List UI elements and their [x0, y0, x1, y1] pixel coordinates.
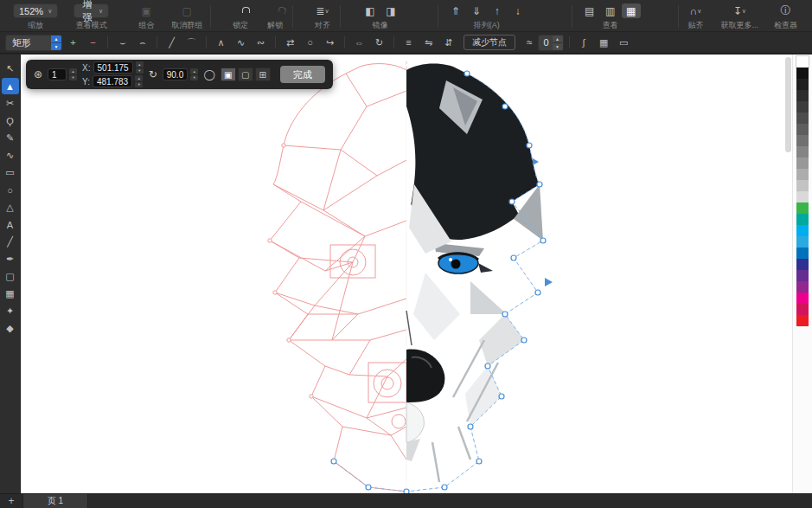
view-mode-dropdown[interactable]: 增强 ∨: [74, 3, 109, 18]
select-all-nodes-button[interactable]: ▦: [595, 35, 613, 50]
color-swatch[interactable]: [796, 214, 809, 225]
line-tool[interactable]: ╱: [2, 234, 19, 250]
color-swatch[interactable]: [796, 56, 809, 68]
color-swatch[interactable]: [796, 180, 809, 191]
color-swatch[interactable]: [796, 113, 809, 124]
reflect-nodes-h-button[interactable]: ⇋: [419, 35, 438, 50]
pen-tool[interactable]: ✒: [2, 251, 19, 267]
graph-paper-tool[interactable]: ▦: [2, 286, 19, 302]
vertical-scrollbar[interactable]: [785, 57, 791, 152]
zoom-dropdown[interactable]: 152% ∨: [13, 3, 58, 18]
preset-dropdown[interactable]: 矩形 ▲▼: [5, 35, 62, 51]
smooth-node-button[interactable]: ∿: [232, 35, 250, 50]
drawing-canvas[interactable]: ⊛ 1 ▲▼ X: 501.175 ▲▼ Y: 481.783 ▲▼ ↻ 90.…: [21, 55, 792, 493]
convert-to-line-button[interactable]: ╱: [163, 35, 181, 50]
cusp-node-button[interactable]: ∧: [212, 35, 230, 50]
polygon-tool[interactable]: △: [2, 199, 19, 215]
y-field[interactable]: 481.783: [93, 75, 132, 87]
x-field[interactable]: 501.175: [93, 61, 133, 74]
snap-handles-toggle[interactable]: ▣: [221, 68, 236, 81]
angle-field[interactable]: 90.0: [163, 68, 188, 80]
mirror-vertical-button[interactable]: ◨: [381, 3, 400, 18]
extract-subpath-button[interactable]: ↪: [321, 35, 339, 50]
color-swatch[interactable]: [796, 79, 809, 90]
color-swatch[interactable]: [796, 135, 809, 146]
ellipse-tool[interactable]: ○: [2, 182, 19, 198]
forward-one-button[interactable]: ↑: [488, 3, 507, 18]
delete-node-button[interactable]: −: [84, 35, 102, 50]
reduce-nodes-button[interactable]: 减少节点: [464, 35, 515, 50]
ungroup-button[interactable]: ▢: [177, 3, 196, 18]
to-back-button[interactable]: ⇓: [467, 3, 486, 18]
zoom-tool[interactable]: Ϙ: [2, 113, 19, 129]
eyedropper-tool[interactable]: ✦: [2, 303, 19, 319]
grid-mode-toggle[interactable]: ⊞: [255, 68, 271, 81]
crop-tool[interactable]: ✂: [2, 95, 19, 112]
snap-button[interactable]: ∩ ∨: [687, 3, 706, 18]
color-swatch[interactable]: [796, 158, 809, 169]
show-outline-toggle[interactable]: ▢: [238, 68, 253, 81]
angle-stepper[interactable]: ▲▼: [190, 68, 198, 80]
add-page-button[interactable]: +: [0, 494, 22, 508]
preset-stepper[interactable]: ▲▼: [51, 35, 61, 50]
text-tool[interactable]: A: [2, 216, 19, 233]
stretch-nodes-button[interactable]: ⇔: [350, 35, 368, 50]
pick-tool[interactable]: ↖: [2, 61, 19, 77]
copies-field[interactable]: 1: [48, 68, 67, 80]
color-swatch[interactable]: [796, 248, 809, 259]
combine-button[interactable]: ▣: [137, 3, 156, 18]
rotate-nodes-button[interactable]: ↻: [370, 35, 388, 50]
color-swatch[interactable]: [796, 68, 809, 79]
lock-button[interactable]: [231, 3, 250, 18]
view-grid-button[interactable]: ▦: [622, 3, 641, 18]
color-swatch[interactable]: [796, 146, 809, 158]
inspector-button[interactable]: ⓘ: [777, 3, 796, 18]
reflect-nodes-v-button[interactable]: ⇵: [439, 35, 457, 50]
color-swatch[interactable]: [796, 124, 809, 135]
color-swatch[interactable]: [796, 259, 809, 270]
color-swatch[interactable]: [796, 281, 809, 293]
view-facing-pages-button[interactable]: ▥: [601, 3, 620, 18]
add-node-button[interactable]: +: [64, 35, 82, 50]
unlock-button[interactable]: [265, 3, 285, 18]
mirror-horizontal-button[interactable]: ◧: [361, 3, 380, 18]
bounding-box-button[interactable]: ▭: [615, 35, 633, 50]
close-curve-button[interactable]: ○: [301, 35, 319, 50]
color-swatch[interactable]: [796, 270, 809, 281]
align-nodes-button[interactable]: ≡: [400, 35, 418, 50]
rectangle-tool[interactable]: ▭: [2, 164, 19, 181]
y-stepper[interactable]: ▲▼: [135, 75, 143, 87]
bezier-tool[interactable]: ∿: [2, 147, 19, 164]
to-front-button[interactable]: ⇑: [446, 3, 465, 18]
backward-one-button[interactable]: ↓: [508, 3, 527, 18]
color-swatch[interactable]: [796, 203, 809, 214]
reverse-direction-button[interactable]: ⇄: [281, 35, 299, 50]
fill-tool[interactable]: ◆: [2, 320, 19, 337]
smoothness-field[interactable]: 0 ▲▼: [538, 35, 564, 51]
view-single-page-button[interactable]: ▤: [580, 3, 599, 18]
shape-tool[interactable]: ▲: [2, 78, 19, 94]
break-curve-button[interactable]: ⌢: [133, 35, 151, 50]
page-tab[interactable]: 页 1: [22, 494, 88, 508]
color-swatch[interactable]: [796, 169, 809, 180]
freehand-tool[interactable]: ✎: [2, 130, 19, 146]
color-swatch[interactable]: [796, 315, 809, 326]
color-swatch[interactable]: [796, 293, 809, 304]
get-more-button[interactable]: ↧ ∨: [730, 3, 749, 18]
color-swatch[interactable]: [796, 304, 809, 315]
x-stepper[interactable]: ▲▼: [136, 61, 144, 74]
align-button[interactable]: ≣ ∨: [313, 3, 332, 18]
copies-stepper[interactable]: ▲▼: [69, 68, 77, 80]
color-swatch[interactable]: [796, 236, 809, 248]
color-swatch[interactable]: [796, 225, 809, 236]
color-swatch[interactable]: [796, 191, 809, 203]
symmetric-node-button[interactable]: ∾: [252, 35, 270, 50]
join-nodes-button[interactable]: ⌣: [113, 35, 131, 50]
artistic-media-tool[interactable]: ▢: [2, 268, 19, 285]
convert-to-curve-button[interactable]: ⌒: [182, 35, 201, 50]
done-button[interactable]: 完成: [280, 66, 325, 83]
color-swatch[interactable]: [796, 101, 809, 113]
color-swatch[interactable]: [796, 90, 809, 101]
smoothness-stepper[interactable]: ▲▼: [553, 35, 563, 50]
elastic-mode-button[interactable]: ∫: [575, 35, 593, 50]
